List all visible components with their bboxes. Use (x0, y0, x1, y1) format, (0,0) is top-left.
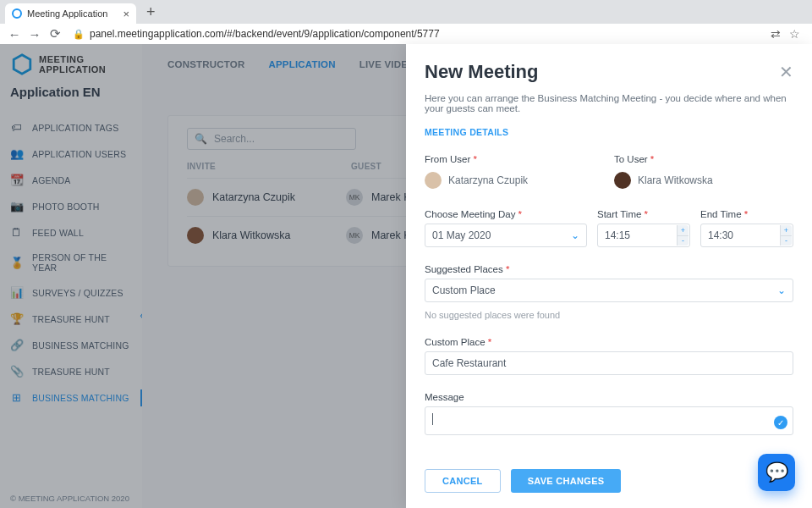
close-tab-icon[interactable]: × (123, 8, 129, 19)
time-stepper[interactable]: + - (677, 225, 689, 246)
panel-title: New Meeting (425, 61, 779, 83)
end-time-input[interactable]: 14:30 + - (700, 224, 793, 247)
select-value: 01 May 2020 (432, 229, 491, 241)
panel-actions: CANCEL SAVE CHANGES (406, 457, 812, 508)
step-up-icon[interactable]: + (780, 225, 792, 236)
cancel-button[interactable]: CANCEL (425, 469, 501, 493)
meeting-day-select[interactable]: 01 May 2020 ⌄ (425, 224, 587, 247)
suggested-places-hint: No suggested places were found (425, 310, 793, 320)
to-user-label: To User (614, 154, 648, 164)
required-marker: * (474, 154, 477, 164)
required-marker: * (645, 209, 648, 219)
required-marker: * (650, 154, 654, 164)
step-down-icon[interactable]: - (780, 236, 792, 246)
browser-tab[interactable]: Meeting Application × (5, 3, 136, 24)
chevron-down-icon: ⌄ (571, 229, 579, 241)
tab-strip: Meeting Application × + (0, 0, 812, 24)
new-meeting-panel: New Meeting ✕ Here you can arrange the B… (406, 44, 812, 508)
forward-icon[interactable]: → (27, 27, 42, 41)
chip-label: Katarzyna Czupik (448, 174, 528, 186)
input-value: Cafe Restaurant (432, 357, 506, 369)
to-user-chip[interactable]: Klara Witkowska (614, 168, 793, 192)
text-caret (432, 413, 433, 425)
tab-title: Meeting Application (27, 8, 107, 19)
input-value: 14:30 (708, 229, 733, 241)
new-tab-button[interactable]: + (140, 4, 162, 19)
favicon-icon (12, 8, 22, 19)
chat-fab[interactable]: 💬 (758, 454, 795, 491)
chip-label: Klara Witkowska (638, 174, 713, 186)
panel-description: Here you can arrange the Business Matchi… (425, 93, 793, 113)
start-time-input[interactable]: 14:15 + - (597, 224, 690, 247)
from-user-chip[interactable]: Katarzyna Czupik (425, 168, 604, 192)
end-time-label: End Time (700, 209, 742, 219)
step-down-icon[interactable]: - (677, 236, 689, 246)
address-bar[interactable]: 🔒 panel.meetingapplication.com/#/backend… (68, 28, 765, 40)
custom-place-input[interactable]: Cafe Restaurant (425, 351, 793, 375)
required-marker: * (744, 209, 748, 219)
chevron-down-icon: ⌄ (777, 284, 786, 296)
message-label: Message (425, 392, 464, 402)
chat-icon: 💬 (765, 461, 788, 483)
step-up-icon[interactable]: + (677, 225, 689, 236)
required-marker: * (518, 209, 522, 219)
check-icon: ✓ (774, 416, 787, 429)
bookmark-icon[interactable]: ☆ (789, 27, 800, 41)
avatar (425, 172, 442, 189)
browser-toolbar: ← → ⟳ 🔒 panel.meetingapplication.com/#/b… (0, 24, 812, 44)
input-value: 14:15 (605, 229, 630, 241)
browser-chrome: Meeting Application × + ← → ⟳ 🔒 panel.me… (0, 0, 812, 44)
select-value: Custom Place (432, 284, 496, 296)
avatar (614, 172, 631, 189)
suggested-places-label: Suggested Places (425, 264, 503, 274)
app-root: MEETING APPLICATION Application EN 🏷APPL… (0, 44, 812, 508)
required-marker: * (488, 337, 491, 347)
reload-icon[interactable]: ⟳ (47, 26, 63, 41)
time-stepper[interactable]: + - (780, 225, 792, 246)
save-button[interactable]: SAVE CHANGES (511, 469, 622, 493)
start-time-label: Start Time (597, 209, 641, 219)
from-user-label: From User (425, 154, 470, 164)
lock-icon: 🔒 (73, 29, 85, 40)
suggested-places-select[interactable]: Custom Place ⌄ (425, 279, 793, 302)
required-marker: * (506, 264, 509, 274)
custom-place-label: Custom Place (425, 337, 486, 347)
translate-icon[interactable]: ⇄ (771, 27, 781, 41)
message-textarea[interactable]: ✓ (425, 406, 793, 435)
panel-section-header: MEETING DETAILS (425, 127, 793, 137)
url-text: panel.meetingapplication.com/#/backend/e… (90, 28, 440, 40)
meeting-day-label: Choose Meeting Day (425, 209, 515, 219)
back-icon[interactable]: ← (7, 27, 22, 41)
close-panel-button[interactable]: ✕ (779, 62, 793, 82)
